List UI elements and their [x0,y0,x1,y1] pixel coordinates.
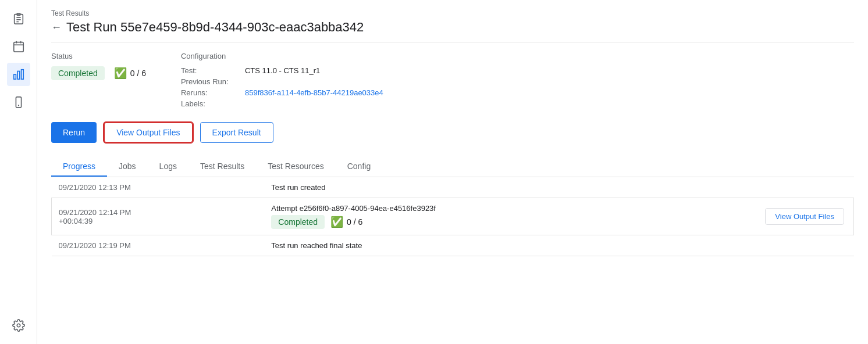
table-row: 09/21/2020 12:13 PM Test run created [52,177,854,198]
time-cell: 09/21/2020 12:14 PM +00:04:39 [52,198,265,235]
config-grid: Test: CTS 11.0 - CTS 11_r1 Previous Run:… [181,66,383,108]
tab-jobs[interactable]: Jobs [107,157,148,177]
pass-count-value: 0 / 6 [130,69,146,78]
sidebar-item-settings[interactable] [7,314,30,337]
main-content: Test Results ← Test Run 55e7e459-8b9d-43… [37,0,868,344]
table-row: 09/21/2020 12:19 PM Test run reached fin… [52,235,854,256]
sidebar [0,0,37,344]
page-title: Test Run 55e7e459-8b9d-4344-903c-eaac3ab… [66,20,364,35]
sidebar-item-clipboard[interactable] [7,7,30,30]
attempt-title: Attempt e256f6f0-a897-4005-94ea-e4516fe3… [271,204,641,213]
action-row: Rerun View Output Files Export Result [51,122,854,143]
time-cell: 09/21/2020 12:19 PM [52,235,265,256]
sidebar-item-chart[interactable] [7,63,30,86]
status-block: Status Completed ✅ 0 / 6 [51,52,146,108]
test-label: Test: [181,66,245,75]
desc-cell: Test run reached final state [264,235,648,256]
attempt-status-badge: Completed [271,215,325,229]
previous-run-label: Previous Run: [181,77,245,86]
pass-count: ✅ 0 / 6 [114,67,146,80]
svg-rect-11 [21,70,23,80]
sidebar-item-phone[interactable] [7,91,30,114]
tab-logs[interactable]: Logs [148,157,188,177]
attempt-actions: View Output Files [648,198,853,235]
sidebar-item-calendar[interactable] [7,35,30,58]
reruns-link[interactable]: 859f836f-a114-4efb-85b7-44219ae033e4 [245,88,383,97]
test-value: CTS 11.0 - CTS 11_r1 [245,66,383,75]
attempt-cell: Attempt e256f6f0-a897-4005-94ea-e4516fe3… [264,198,648,235]
tabs-bar: Progress Jobs Logs Test Results Test Res… [51,157,854,177]
tab-config[interactable]: Config [336,157,382,177]
svg-point-14 [17,324,20,327]
rerun-button[interactable]: Rerun [51,122,97,143]
svg-rect-10 [17,71,20,80]
tab-test-resources[interactable]: Test Resources [256,157,335,177]
labels-value [245,99,383,108]
svg-rect-5 [13,42,23,52]
config-heading: Configuration [181,52,383,60]
svg-rect-9 [13,74,16,79]
info-section: Status Completed ✅ 0 / 6 Configuration T… [51,52,854,108]
previous-run-value [245,77,383,86]
attempt-check-icon: ✅ [330,216,343,228]
progress-table: 09/21/2020 12:13 PM Test run created 09/… [51,177,854,256]
tab-progress[interactable]: Progress [51,157,107,177]
attempt-desc: Attempt e256f6f0-a897-4005-94ea-e4516fe3… [271,204,641,229]
config-block: Configuration Test: CTS 11.0 - CTS 11_r1… [181,52,383,108]
labels-label: Labels: [181,99,245,108]
attempt-pass-count: ✅ 0 / 6 [330,216,362,228]
tab-test-results[interactable]: Test Results [188,157,256,177]
desc-cell: Test run created [264,177,648,198]
breadcrumb: Test Results [51,9,854,17]
status-heading: Status [51,52,146,60]
status-badge: Completed [51,66,105,80]
back-button[interactable]: ← [51,22,62,33]
time-cell: 09/21/2020 12:13 PM [52,177,265,198]
status-row: Completed ✅ 0 / 6 [51,66,146,80]
table-row: 09/21/2020 12:14 PM +00:04:39 Attempt e2… [52,198,854,235]
page-header: ← Test Run 55e7e459-8b9d-4344-903c-eaac3… [51,20,854,42]
attempt-status-row: Completed ✅ 0 / 6 [271,215,641,229]
export-result-button[interactable]: Export Result [200,122,273,143]
attempt-pass-count-value: 0 / 6 [347,217,362,227]
view-output-files-button[interactable]: View Output Files [104,122,193,143]
check-circle-icon: ✅ [114,67,127,80]
reruns-label: Reruns: [181,88,245,97]
attempt-view-output-button[interactable]: View Output Files [765,208,844,225]
